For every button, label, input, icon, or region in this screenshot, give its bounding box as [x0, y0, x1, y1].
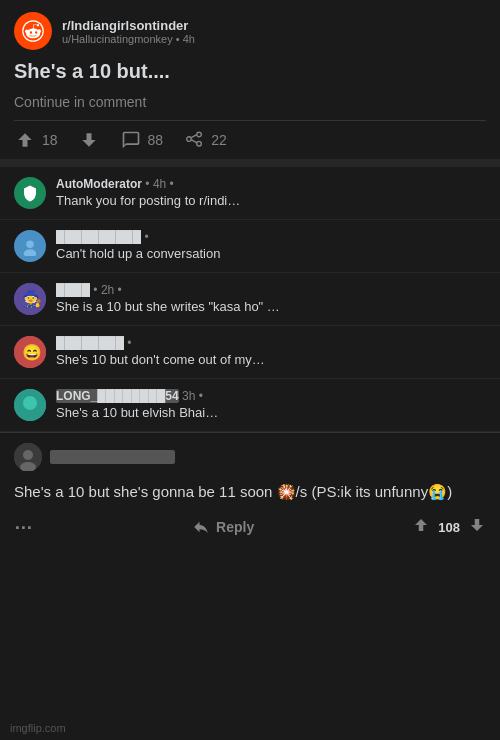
comment-4-body: LONG_████████54 3h • She's a 10 but elvi… [56, 389, 486, 420]
comment-4-username: LONG_████████54 [56, 389, 179, 403]
featured-vote-actions: 108 [412, 516, 486, 538]
subreddit-name[interactable]: r/Indiangirlsontinder [62, 18, 195, 33]
featured-comment-header: Mour████████ rojna [14, 443, 486, 471]
reply-label: Reply [216, 519, 254, 535]
more-options-button[interactable]: ⋯ [14, 516, 34, 538]
svg-point-10 [23, 396, 37, 410]
upvote-count: 18 [42, 132, 58, 148]
upvote-icon[interactable] [14, 129, 36, 151]
comment-2-body: ████ • 2h • She is a 10 but she writes "… [56, 283, 486, 314]
watermark: imgflip.com [10, 722, 66, 734]
post-meta: r/Indiangirlsontinder u/Hallucinatingmon… [62, 18, 195, 45]
automod-body: AutoModerator • 4h • Thank you for posti… [56, 177, 486, 208]
comment-1-body: ██████████ • Can't hold up a conversatio… [56, 230, 486, 261]
comment-2-meta: ████ • 2h • [56, 283, 486, 297]
automod-avatar [14, 177, 46, 209]
comment-1-text: Can't hold up a conversation [56, 246, 486, 261]
comments-item[interactable]: 88 [120, 129, 164, 151]
comment-2-text: She is a 10 but she writes "kasa ho" … [56, 299, 486, 314]
featured-username: Mour████████ rojna [50, 450, 175, 464]
featured-comment-meta: Mour████████ rojna [50, 450, 175, 464]
post-continue: Continue in comment [0, 92, 500, 120]
featured-comment: Mour████████ rojna She's a 10 but she's … [0, 432, 500, 542]
featured-avatar [14, 443, 42, 471]
upvote-item[interactable]: 18 [14, 129, 58, 151]
comment-2-username: ████ [56, 283, 90, 297]
comment-3-username: ████████ [56, 336, 124, 350]
comment-1-meta: ██████████ • [56, 230, 486, 244]
comments-section: AutoModerator • 4h • Thank you for posti… [0, 167, 500, 432]
comment-4-avatar [14, 389, 46, 421]
post-title: She's a 10 but.... [0, 56, 500, 92]
comment-3: 😄 ████████ • She's 10 but don't come out… [0, 326, 500, 379]
automod-text: Thank you for posting to r/indi… [56, 193, 486, 208]
downvote-item[interactable] [78, 129, 100, 151]
section-divider [0, 159, 500, 167]
comment-3-avatar: 😄 [14, 336, 46, 368]
comment-automod: AutoModerator • 4h • Thank you for posti… [0, 167, 500, 220]
comment-3-text: She's 10 but don't come out of my… [56, 352, 486, 367]
comment-4: LONG_████████54 3h • She's a 10 but elvi… [0, 379, 500, 432]
comment-1-avatar [14, 230, 46, 262]
comment-1: ██████████ • Can't hold up a conversatio… [0, 220, 500, 273]
reply-button[interactable]: Reply [192, 518, 254, 536]
share-icon[interactable] [183, 129, 205, 151]
share-count: 22 [211, 132, 227, 148]
comment-count: 88 [148, 132, 164, 148]
comment-2: 🧙 ████ • 2h • She is a 10 but she writes… [0, 273, 500, 326]
featured-comment-text: She's a 10 but she's gonna be 11 soon 🎇/… [14, 477, 486, 510]
featured-upvote-button[interactable] [412, 516, 430, 538]
featured-downvote-button[interactable] [468, 516, 486, 538]
comment-3-body: ████████ • She's 10 but don't come out o… [56, 336, 486, 367]
comment-icon[interactable] [120, 129, 142, 151]
automod-username: AutoModerator [56, 177, 142, 191]
svg-point-3 [26, 240, 34, 248]
comment-4-text: She's a 10 but elvish Bhai… [56, 405, 486, 420]
svg-text:🧙: 🧙 [22, 289, 42, 308]
automod-meta: AutoModerator • 4h • [56, 177, 486, 191]
vote-bar: 18 88 22 [0, 121, 500, 159]
share-item[interactable]: 22 [183, 129, 227, 151]
featured-comment-actions: ⋯ Reply 108 [14, 510, 486, 542]
subreddit-icon[interactable] [14, 12, 52, 50]
featured-vote-count: 108 [438, 520, 460, 535]
post-author: u/Hallucinatingmonkey • 4h [62, 33, 195, 45]
svg-text:😄: 😄 [22, 343, 42, 362]
downvote-icon[interactable] [78, 129, 100, 151]
svg-point-12 [23, 450, 33, 460]
comment-3-meta: ████████ • [56, 336, 486, 350]
post-header: r/Indiangirlsontinder u/Hallucinatingmon… [0, 0, 500, 56]
comment-1-username: ██████████ [56, 230, 141, 244]
comment-2-avatar: 🧙 [14, 283, 46, 315]
comment-4-meta: LONG_████████54 3h • [56, 389, 486, 403]
